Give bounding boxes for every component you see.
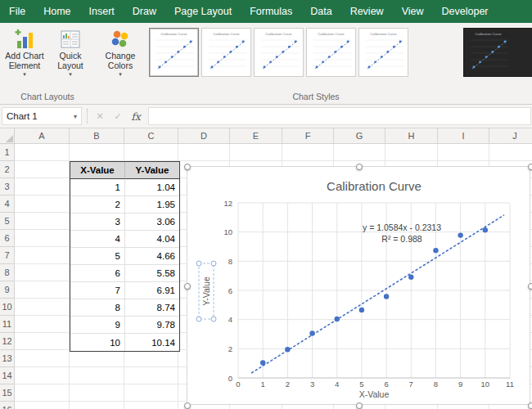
row-header-14[interactable]: 14 <box>0 367 15 384</box>
chart-resize-handle[interactable] <box>184 402 191 409</box>
table-cell-x[interactable]: 7 <box>70 282 125 299</box>
chart-layouts-body: Add Chart Element ▾ <box>0 23 95 91</box>
row-header-13[interactable]: 13 <box>0 350 15 367</box>
svg-text:0: 0 <box>236 380 240 389</box>
formula-bar-separator <box>87 109 88 124</box>
table-header-x[interactable]: X-Value <box>70 162 125 179</box>
table-cell-x[interactable]: 8 <box>70 299 125 317</box>
chart-style-thumbnail-1[interactable]: Calibration Curve <box>149 28 199 77</box>
table-cell-y[interactable]: 4.04 <box>125 231 179 248</box>
svg-text:0: 0 <box>228 374 232 383</box>
table-cell-y[interactable]: 6.91 <box>125 282 179 299</box>
tab-review[interactable]: Review <box>341 0 393 23</box>
row-header-11[interactable]: 11 <box>0 316 15 333</box>
table-cell-x[interactable]: 2 <box>70 196 125 213</box>
column-header-H[interactable]: H <box>385 128 438 144</box>
table-cell-y[interactable]: 4.66 <box>125 248 179 265</box>
svg-text:10: 10 <box>223 227 232 236</box>
chart-resize-handle[interactable] <box>528 283 532 290</box>
table-cell-y[interactable]: 9.78 <box>125 317 179 334</box>
column-header-G[interactable]: G <box>334 128 385 144</box>
column-header-C[interactable]: C <box>124 128 178 144</box>
enter-icon: ✓ <box>109 110 127 122</box>
chart-resize-handle[interactable] <box>184 164 191 170</box>
cancel-icon: ✕ <box>91 110 109 122</box>
chart-style-thumbnail-5[interactable]: Calibration Curve <box>358 28 408 77</box>
svg-text:5: 5 <box>359 380 363 389</box>
column-header-I[interactable]: I <box>438 128 489 144</box>
table-cell-x[interactable]: 1 <box>70 179 125 196</box>
table-cell-x[interactable]: 4 <box>70 231 125 248</box>
ribbon-tab-bar: FileHomeInsertDrawPage LayoutFormulasDat… <box>0 0 532 23</box>
chart-style-thumbnail-6[interactable]: Calibration Curve <box>463 28 532 77</box>
tab-insert[interactable]: Insert <box>80 0 124 23</box>
table-cell-x[interactable]: 6 <box>70 265 125 282</box>
change-colors-button[interactable]: Change Colors ▾ <box>97 26 144 79</box>
name-box[interactable]: Chart 1 ▾ <box>2 107 82 125</box>
ribbon: Add Chart Element ▾ <box>0 23 532 105</box>
row-header-12[interactable]: 12 <box>0 333 15 350</box>
chart-styles-gallery: Calibration Curve Calibration Curve Cali… <box>149 26 532 77</box>
tab-draw[interactable]: Draw <box>124 0 165 23</box>
chart-styles-group: Change Colors ▾ Calibration Curve Calibr… <box>95 23 532 104</box>
quick-layout-button[interactable]: Quick Layout ▾ <box>47 26 93 79</box>
tab-home[interactable]: Home <box>34 0 79 23</box>
row-header-6[interactable]: 6 <box>0 230 15 247</box>
row-header-5[interactable]: 5 <box>0 213 15 230</box>
row-header-16[interactable]: 16 <box>0 402 15 409</box>
column-header-D[interactable]: D <box>178 128 230 144</box>
tab-view[interactable]: View <box>393 0 433 23</box>
chart-style-thumbnail-3[interactable]: Calibration Curve <box>254 28 304 77</box>
column-header-E[interactable]: E <box>230 128 282 144</box>
table-cell-y[interactable]: 5.58 <box>125 265 179 282</box>
insert-function-button[interactable]: fx <box>127 110 145 123</box>
quick-layout-icon <box>60 28 81 51</box>
formula-input[interactable] <box>148 107 531 125</box>
table-cell-x[interactable]: 10 <box>70 334 125 351</box>
row-header-2[interactable]: 2 <box>0 161 15 178</box>
svg-text:R² = 0.988: R² = 0.988 <box>381 234 422 244</box>
row-header-10[interactable]: 10 <box>0 299 15 316</box>
tab-developer[interactable]: Developer <box>433 0 498 23</box>
table-cell-y[interactable]: 8.74 <box>125 299 179 317</box>
column-header-A[interactable]: A <box>15 128 70 144</box>
svg-text:Calibration Curve: Calibration Curve <box>318 32 345 36</box>
row-header-15[interactable]: 15 <box>0 384 15 402</box>
chart-resize-handle[interactable] <box>528 164 532 170</box>
table-cell-x[interactable]: 5 <box>70 248 125 265</box>
tab-data[interactable]: Data <box>301 0 340 23</box>
calibration-curve-chart[interactable]: 02468101201234567891011y = 1.0584x - 0.2… <box>187 166 530 405</box>
tab-file[interactable]: File <box>0 0 34 23</box>
select-all-button[interactable] <box>0 128 15 144</box>
column-header-B[interactable]: B <box>70 128 124 144</box>
dropdown-caret-icon: ▾ <box>23 71 26 77</box>
table-cell-y[interactable]: 3.06 <box>125 213 179 231</box>
add-chart-element-button[interactable]: Add Chart Element ▾ <box>2 26 47 79</box>
tab-page-layout[interactable]: Page Layout <box>165 0 241 23</box>
table-cell-y[interactable]: 1.04 <box>125 179 179 196</box>
table-cell-y[interactable]: 10.14 <box>125 334 179 351</box>
row-header-9[interactable]: 9 <box>0 281 15 299</box>
tab-formulas[interactable]: Formulas <box>241 0 301 23</box>
row-header-8[interactable]: 8 <box>0 264 15 281</box>
chart-resize-handle[interactable] <box>356 164 363 170</box>
table-cell-y[interactable]: 1.95 <box>125 196 179 213</box>
row-header-1[interactable]: 1 <box>0 144 15 161</box>
column-header-F[interactable]: F <box>282 128 334 144</box>
table-cell-x[interactable]: 3 <box>70 213 125 231</box>
chart-style-thumbnail-2[interactable]: Calibration Curve <box>201 28 251 77</box>
table-cell-x[interactable]: 9 <box>70 317 125 334</box>
change-colors-icon <box>110 28 131 51</box>
chart-resize-handle[interactable] <box>356 402 363 409</box>
chart-resize-handle[interactable] <box>528 402 532 409</box>
column-header-J[interactable]: J <box>489 128 532 144</box>
table-header-y[interactable]: Y-Value <box>125 162 179 179</box>
svg-text:10: 10 <box>481 380 490 389</box>
row-header-3[interactable]: 3 <box>0 178 15 196</box>
row-header-4[interactable]: 4 <box>0 196 15 213</box>
row-header-7[interactable]: 7 <box>0 247 15 264</box>
chart-style-thumbnail-4[interactable]: Calibration Curve <box>306 28 356 77</box>
svg-text:Calibration Curve: Calibration Curve <box>475 32 502 36</box>
svg-text:Calibration Curve: Calibration Curve <box>265 32 292 36</box>
chart-resize-handle[interactable] <box>184 283 191 290</box>
